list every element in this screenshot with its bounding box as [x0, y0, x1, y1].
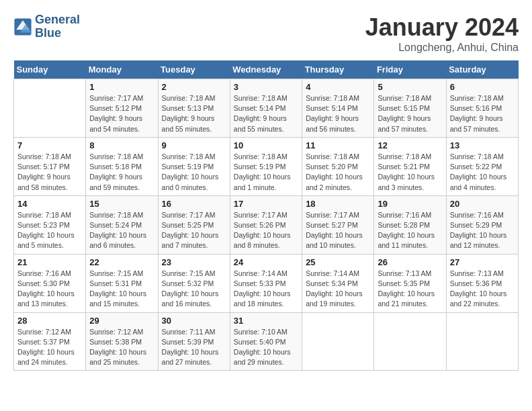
calendar-cell: 12Sunrise: 7:18 AM Sunset: 5:21 PM Dayli…: [374, 137, 446, 195]
day-number: 3: [234, 82, 298, 92]
calendar-cell: 24Sunrise: 7:14 AM Sunset: 5:33 PM Dayli…: [230, 254, 302, 312]
calendar-week-row: 14Sunrise: 7:18 AM Sunset: 5:23 PM Dayli…: [14, 195, 519, 254]
day-number: 15: [89, 199, 154, 209]
day-info: Sunrise: 7:18 AM Sunset: 5:21 PM Dayligh…: [378, 152, 442, 193]
day-number: 12: [378, 140, 442, 150]
calendar-cell: [14, 79, 86, 138]
day-info: Sunrise: 7:18 AM Sunset: 5:15 PM Dayligh…: [378, 93, 442, 134]
header: General Blue January 2024 Longcheng, Anh…: [13, 13, 519, 54]
day-info: Sunrise: 7:18 AM Sunset: 5:18 PM Dayligh…: [89, 152, 154, 193]
day-number: 6: [450, 82, 515, 92]
calendar-cell: 27Sunrise: 7:13 AM Sunset: 5:36 PM Dayli…: [446, 254, 518, 312]
location-subtitle: Longcheng, Anhui, China: [365, 42, 519, 54]
calendar-cell: 3Sunrise: 7:18 AM Sunset: 5:14 PM Daylig…: [230, 79, 302, 138]
calendar-cell: 28Sunrise: 7:12 AM Sunset: 5:37 PM Dayli…: [14, 312, 86, 371]
calendar-cell: 30Sunrise: 7:11 AM Sunset: 5:39 PM Dayli…: [158, 312, 230, 371]
day-info: Sunrise: 7:18 AM Sunset: 5:13 PM Dayligh…: [162, 93, 226, 134]
day-info: Sunrise: 7:18 AM Sunset: 5:14 PM Dayligh…: [306, 93, 370, 134]
day-number: 9: [162, 140, 226, 150]
day-info: Sunrise: 7:16 AM Sunset: 5:30 PM Dayligh…: [17, 269, 82, 310]
day-number: 25: [306, 257, 370, 267]
day-info: Sunrise: 7:11 AM Sunset: 5:39 PM Dayligh…: [162, 327, 226, 368]
day-number: 31: [234, 316, 298, 326]
day-number: 1: [89, 82, 154, 92]
logo-text: General Blue: [35, 13, 80, 40]
calendar-cell: 25Sunrise: 7:14 AM Sunset: 5:34 PM Dayli…: [302, 254, 374, 312]
day-info: Sunrise: 7:17 AM Sunset: 5:27 PM Dayligh…: [306, 210, 370, 251]
day-number: 30: [162, 316, 226, 326]
day-number: 5: [378, 82, 442, 92]
day-number: 26: [378, 257, 442, 267]
calendar-cell: 22Sunrise: 7:15 AM Sunset: 5:31 PM Dayli…: [86, 254, 158, 312]
day-info: Sunrise: 7:17 AM Sunset: 5:26 PM Dayligh…: [234, 210, 298, 251]
calendar-cell: 18Sunrise: 7:17 AM Sunset: 5:27 PM Dayli…: [302, 195, 374, 254]
calendar-cell: 17Sunrise: 7:17 AM Sunset: 5:26 PM Dayli…: [230, 195, 302, 254]
day-info: Sunrise: 7:12 AM Sunset: 5:38 PM Dayligh…: [89, 327, 154, 368]
day-info: Sunrise: 7:18 AM Sunset: 5:20 PM Dayligh…: [306, 152, 370, 193]
day-info: Sunrise: 7:18 AM Sunset: 5:16 PM Dayligh…: [450, 93, 515, 134]
day-number: 4: [306, 82, 370, 92]
logo: General Blue: [13, 13, 80, 40]
calendar-cell: [446, 312, 518, 371]
day-number: 7: [17, 140, 82, 150]
day-number: 24: [234, 257, 298, 267]
calendar-week-row: 21Sunrise: 7:16 AM Sunset: 5:30 PM Dayli…: [14, 254, 519, 312]
day-info: Sunrise: 7:17 AM Sunset: 5:12 PM Dayligh…: [89, 93, 154, 134]
day-number: 19: [378, 199, 442, 209]
weekday-header-sunday: Sunday: [14, 60, 86, 79]
calendar-cell: 14Sunrise: 7:18 AM Sunset: 5:23 PM Dayli…: [14, 195, 86, 254]
day-info: Sunrise: 7:15 AM Sunset: 5:32 PM Dayligh…: [162, 269, 226, 310]
weekday-header-wednesday: Wednesday: [230, 60, 302, 79]
calendar-cell: 4Sunrise: 7:18 AM Sunset: 5:14 PM Daylig…: [302, 79, 374, 138]
calendar-table: SundayMondayTuesdayWednesdayThursdayFrid…: [13, 60, 519, 371]
day-info: Sunrise: 7:13 AM Sunset: 5:36 PM Dayligh…: [450, 269, 515, 310]
day-number: 18: [306, 199, 370, 209]
weekday-header-row: SundayMondayTuesdayWednesdayThursdayFrid…: [14, 60, 519, 79]
calendar-cell: [374, 312, 446, 371]
calendar-cell: 5Sunrise: 7:18 AM Sunset: 5:15 PM Daylig…: [374, 79, 446, 138]
calendar-cell: 10Sunrise: 7:18 AM Sunset: 5:19 PM Dayli…: [230, 137, 302, 195]
day-number: 17: [234, 199, 298, 209]
weekday-header-thursday: Thursday: [302, 60, 374, 79]
calendar-cell: 31Sunrise: 7:10 AM Sunset: 5:40 PM Dayli…: [230, 312, 302, 371]
calendar-cell: 26Sunrise: 7:13 AM Sunset: 5:35 PM Dayli…: [374, 254, 446, 312]
day-info: Sunrise: 7:14 AM Sunset: 5:33 PM Dayligh…: [234, 269, 298, 310]
day-info: Sunrise: 7:18 AM Sunset: 5:22 PM Dayligh…: [450, 152, 515, 193]
calendar-cell: 16Sunrise: 7:17 AM Sunset: 5:25 PM Dayli…: [158, 195, 230, 254]
logo-line1: General: [35, 13, 80, 27]
calendar-cell: 21Sunrise: 7:16 AM Sunset: 5:30 PM Dayli…: [14, 254, 86, 312]
day-number: 8: [89, 140, 154, 150]
day-info: Sunrise: 7:18 AM Sunset: 5:24 PM Dayligh…: [89, 210, 154, 251]
title-area: January 2024 Longcheng, Anhui, China: [365, 13, 519, 54]
weekday-header-saturday: Saturday: [446, 60, 518, 79]
weekday-header-monday: Monday: [86, 60, 158, 79]
day-info: Sunrise: 7:13 AM Sunset: 5:35 PM Dayligh…: [378, 269, 442, 310]
day-number: 13: [450, 140, 515, 150]
calendar-week-row: 28Sunrise: 7:12 AM Sunset: 5:37 PM Dayli…: [14, 312, 519, 371]
calendar-cell: 9Sunrise: 7:18 AM Sunset: 5:19 PM Daylig…: [158, 137, 230, 195]
day-number: 29: [89, 316, 154, 326]
day-info: Sunrise: 7:18 AM Sunset: 5:14 PM Dayligh…: [234, 93, 298, 134]
day-number: 14: [17, 199, 82, 209]
calendar-cell: 29Sunrise: 7:12 AM Sunset: 5:38 PM Dayli…: [86, 312, 158, 371]
day-number: 10: [234, 140, 298, 150]
calendar-cell: 23Sunrise: 7:15 AM Sunset: 5:32 PM Dayli…: [158, 254, 230, 312]
day-number: 28: [17, 316, 82, 326]
calendar-cell: [302, 312, 374, 371]
calendar-cell: 15Sunrise: 7:18 AM Sunset: 5:24 PM Dayli…: [86, 195, 158, 254]
day-number: 23: [162, 257, 226, 267]
day-number: 22: [89, 257, 154, 267]
calendar-week-row: 1Sunrise: 7:17 AM Sunset: 5:12 PM Daylig…: [14, 79, 519, 138]
weekday-header-tuesday: Tuesday: [158, 60, 230, 79]
calendar-cell: 6Sunrise: 7:18 AM Sunset: 5:16 PM Daylig…: [446, 79, 518, 138]
day-number: 11: [306, 140, 370, 150]
day-info: Sunrise: 7:12 AM Sunset: 5:37 PM Dayligh…: [17, 327, 82, 368]
day-number: 2: [162, 82, 226, 92]
calendar-cell: 2Sunrise: 7:18 AM Sunset: 5:13 PM Daylig…: [158, 79, 230, 138]
calendar-cell: 7Sunrise: 7:18 AM Sunset: 5:17 PM Daylig…: [14, 137, 86, 195]
calendar-cell: 1Sunrise: 7:17 AM Sunset: 5:12 PM Daylig…: [86, 79, 158, 138]
calendar-cell: 20Sunrise: 7:16 AM Sunset: 5:29 PM Dayli…: [446, 195, 518, 254]
calendar-cell: 19Sunrise: 7:16 AM Sunset: 5:28 PM Dayli…: [374, 195, 446, 254]
day-info: Sunrise: 7:16 AM Sunset: 5:29 PM Dayligh…: [450, 210, 515, 251]
logo-icon: [13, 17, 32, 36]
